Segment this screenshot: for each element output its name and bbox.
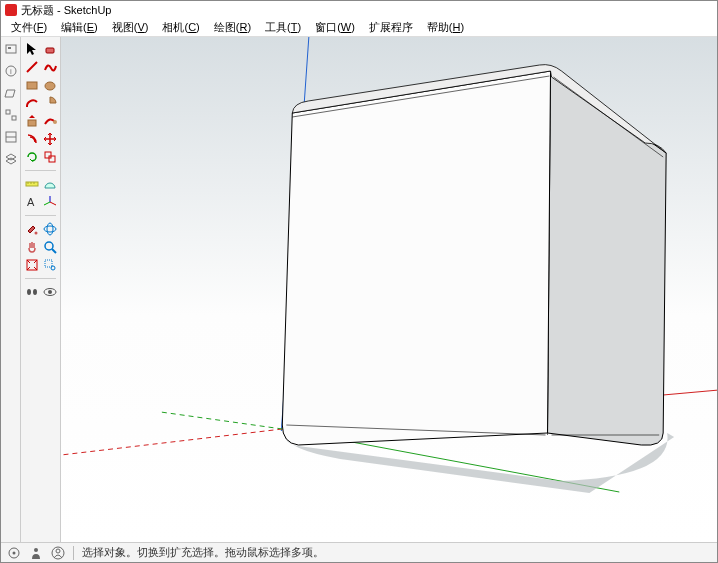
svg-line-24 (50, 202, 56, 205)
svg-point-46 (34, 548, 38, 552)
move-tool[interactable] (42, 131, 58, 147)
menu-draw[interactable]: 绘图(R) (208, 19, 257, 36)
status-separator (73, 546, 74, 560)
statusbar: 选择对象。切换到扩充选择。拖动鼠标选择多项。 (1, 542, 717, 562)
panel-model-info[interactable] (3, 41, 19, 57)
pan-tool[interactable] (24, 239, 40, 255)
toolbar-separator (25, 170, 57, 171)
panel-styles[interactable] (3, 129, 19, 145)
menu-tools[interactable]: 工具(T) (259, 19, 307, 36)
status-hint: 选择对象。切换到扩充选择。拖动鼠标选择多项。 (82, 545, 324, 560)
panel-entity-info[interactable]: i (3, 63, 19, 79)
freehand-tool[interactable] (42, 59, 58, 75)
svg-line-42 (161, 412, 283, 429)
menu-help[interactable]: 帮助(H) (421, 19, 470, 36)
svg-point-15 (53, 120, 57, 124)
svg-rect-17 (49, 156, 55, 162)
walk-tool[interactable] (24, 284, 40, 300)
svg-text:i: i (10, 67, 12, 76)
svg-point-48 (56, 549, 60, 553)
svg-rect-16 (45, 152, 51, 158)
svg-text:A: A (27, 196, 35, 208)
svg-line-25 (44, 202, 50, 205)
svg-rect-1 (8, 47, 11, 49)
pushpull-tool[interactable] (24, 113, 40, 129)
look-tool[interactable] (42, 284, 58, 300)
profile-icon[interactable] (51, 546, 65, 560)
svg-point-26 (34, 232, 37, 235)
panels-sidebar: i (1, 37, 21, 542)
svg-line-11 (27, 62, 37, 72)
svg-point-35 (33, 289, 37, 295)
window-title: 无标题 - SketchUp (21, 3, 111, 18)
svg-line-40 (61, 429, 282, 455)
scale-tool[interactable] (42, 149, 58, 165)
app-icon (5, 4, 17, 16)
panel-components[interactable] (3, 107, 19, 123)
svg-rect-32 (45, 260, 52, 267)
human-icon[interactable] (29, 546, 43, 560)
select-tool[interactable] (24, 41, 40, 57)
toolbar-separator (25, 215, 57, 216)
eraser-tool[interactable] (42, 41, 58, 57)
panel-materials[interactable] (3, 85, 19, 101)
menu-edit[interactable]: 编辑(E) (55, 19, 104, 36)
menu-file[interactable]: 文件(F) (5, 19, 53, 36)
body: i (1, 37, 717, 542)
pie-tool[interactable] (42, 95, 58, 111)
panel-layers[interactable] (3, 151, 19, 167)
zoomwin-tool[interactable] (42, 257, 58, 273)
arc-tool[interactable] (24, 95, 40, 111)
svg-point-27 (44, 226, 56, 232)
zoomext-tool[interactable] (24, 257, 40, 273)
menubar: 文件(F) 编辑(E) 视图(V) 相机(C) 绘图(R) 工具(T) 窗口(W… (1, 19, 717, 37)
svg-point-34 (27, 289, 31, 295)
text-tool[interactable]: A (24, 194, 40, 210)
svg-marker-9 (6, 158, 16, 164)
menu-view[interactable]: 视图(V) (106, 19, 155, 36)
rotate-tool[interactable] (24, 149, 40, 165)
svg-rect-4 (6, 110, 10, 114)
svg-rect-12 (27, 82, 37, 89)
svg-marker-8 (6, 154, 16, 160)
titlebar: 无标题 - SketchUp (1, 1, 717, 19)
axes-tool[interactable] (42, 194, 58, 210)
svg-rect-5 (12, 116, 16, 120)
toolbar-separator (25, 278, 57, 279)
paint-tool[interactable] (24, 221, 40, 237)
svg-point-13 (45, 82, 55, 90)
followme-tool[interactable] (42, 113, 58, 129)
geo-icon[interactable] (7, 546, 21, 560)
protractor-tool[interactable] (42, 176, 58, 192)
svg-point-45 (13, 551, 16, 554)
scene-canvas (61, 37, 717, 542)
svg-rect-14 (28, 120, 36, 126)
menu-window[interactable]: 窗口(W) (309, 19, 361, 36)
orbit-tool[interactable] (42, 221, 58, 237)
rectangle-tool[interactable] (24, 77, 40, 93)
menu-ext[interactable]: 扩展程序 (363, 19, 419, 36)
line-tool[interactable] (24, 59, 40, 75)
svg-line-30 (52, 249, 56, 253)
offset-tool[interactable] (24, 131, 40, 147)
svg-point-33 (51, 266, 55, 270)
circle-tool[interactable] (42, 77, 58, 93)
svg-point-29 (45, 242, 53, 250)
main-toolbar: A (21, 37, 61, 542)
app-window: 无标题 - SketchUp 文件(F) 编辑(E) 视图(V) 相机(C) 绘… (0, 0, 718, 563)
viewport-3d[interactable] (61, 37, 717, 542)
svg-point-28 (47, 223, 53, 235)
svg-rect-10 (46, 48, 54, 53)
svg-point-37 (48, 290, 52, 294)
zoom-tool[interactable] (42, 239, 58, 255)
tape-tool[interactable] (24, 176, 40, 192)
menu-camera[interactable]: 相机(C) (156, 19, 205, 36)
